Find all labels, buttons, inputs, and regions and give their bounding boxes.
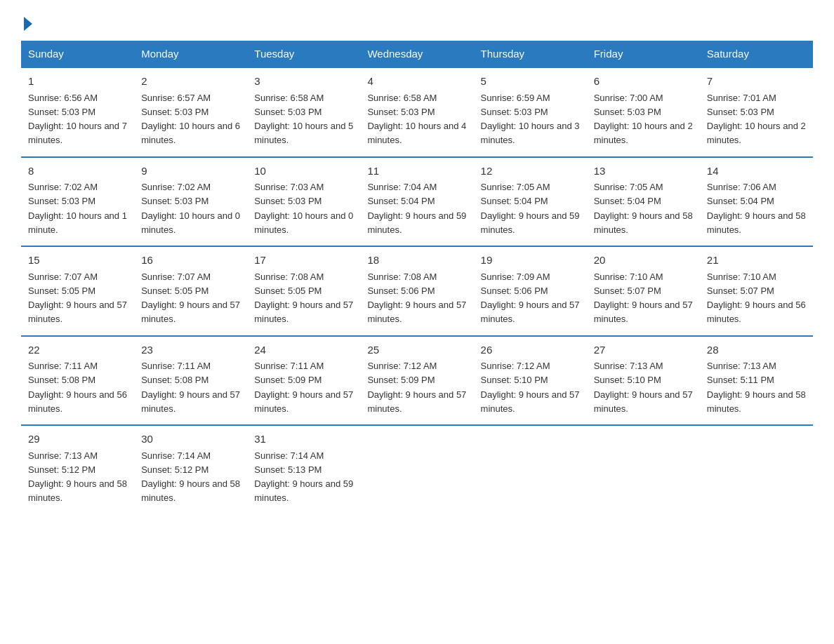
week-row-2: 8Sunrise: 7:02 AMSunset: 5:03 PMDaylight… bbox=[21, 157, 813, 247]
day-info: Sunrise: 7:10 AMSunset: 5:07 PMDaylight:… bbox=[594, 271, 693, 325]
day-cell: 18Sunrise: 7:08 AMSunset: 5:06 PMDayligh… bbox=[360, 246, 473, 336]
day-cell bbox=[474, 425, 587, 514]
calendar-table: SundayMondayTuesdayWednesdayThursdayFrid… bbox=[21, 41, 813, 514]
day-info: Sunrise: 7:13 AMSunset: 5:10 PMDaylight:… bbox=[594, 361, 693, 414]
col-header-saturday: Saturday bbox=[700, 41, 813, 67]
day-number: 26 bbox=[481, 342, 580, 358]
day-cell: 24Sunrise: 7:11 AMSunset: 5:09 PMDayligh… bbox=[247, 336, 360, 426]
col-header-thursday: Thursday bbox=[474, 41, 587, 67]
col-header-monday: Monday bbox=[134, 41, 247, 67]
col-header-sunday: Sunday bbox=[21, 41, 134, 67]
day-info: Sunrise: 6:59 AMSunset: 5:03 PMDaylight:… bbox=[481, 93, 580, 146]
logo-arrow-icon bbox=[24, 17, 32, 31]
day-info: Sunrise: 7:07 AMSunset: 5:05 PMDaylight:… bbox=[141, 271, 240, 325]
day-cell: 28Sunrise: 7:13 AMSunset: 5:11 PMDayligh… bbox=[700, 336, 813, 426]
week-row-1: 1Sunrise: 6:56 AMSunset: 5:03 PMDaylight… bbox=[21, 67, 813, 157]
day-info: Sunrise: 7:12 AMSunset: 5:09 PMDaylight:… bbox=[367, 361, 466, 414]
day-number: 4 bbox=[367, 74, 466, 90]
day-info: Sunrise: 7:11 AMSunset: 5:08 PMDaylight:… bbox=[28, 361, 127, 414]
day-number: 14 bbox=[707, 163, 806, 180]
day-cell: 14Sunrise: 7:06 AMSunset: 5:04 PMDayligh… bbox=[700, 157, 813, 247]
day-cell: 1Sunrise: 6:56 AMSunset: 5:03 PMDaylight… bbox=[21, 67, 134, 157]
day-cell: 26Sunrise: 7:12 AMSunset: 5:10 PMDayligh… bbox=[474, 336, 587, 426]
day-cell bbox=[587, 425, 700, 514]
day-cell: 12Sunrise: 7:05 AMSunset: 5:04 PMDayligh… bbox=[474, 157, 587, 247]
day-info: Sunrise: 7:00 AMSunset: 5:03 PMDaylight:… bbox=[594, 93, 693, 146]
day-info: Sunrise: 6:58 AMSunset: 5:03 PMDaylight:… bbox=[254, 93, 353, 146]
day-info: Sunrise: 7:08 AMSunset: 5:05 PMDaylight:… bbox=[254, 271, 353, 325]
day-info: Sunrise: 7:09 AMSunset: 5:06 PMDaylight:… bbox=[481, 271, 580, 325]
col-header-wednesday: Wednesday bbox=[360, 41, 473, 67]
day-cell: 5Sunrise: 6:59 AMSunset: 5:03 PMDaylight… bbox=[474, 67, 587, 157]
day-number: 12 bbox=[481, 163, 580, 180]
day-info: Sunrise: 7:12 AMSunset: 5:10 PMDaylight:… bbox=[481, 361, 580, 414]
day-number: 18 bbox=[367, 253, 466, 269]
day-info: Sunrise: 6:56 AMSunset: 5:03 PMDaylight:… bbox=[28, 93, 127, 146]
day-info: Sunrise: 7:05 AMSunset: 5:04 PMDaylight:… bbox=[481, 182, 580, 235]
day-number: 9 bbox=[141, 163, 240, 180]
day-number: 1 bbox=[28, 74, 127, 90]
day-info: Sunrise: 7:11 AMSunset: 5:09 PMDaylight:… bbox=[254, 361, 353, 414]
day-number: 25 bbox=[367, 342, 466, 358]
day-cell: 21Sunrise: 7:10 AMSunset: 5:07 PMDayligh… bbox=[700, 246, 813, 336]
day-number: 20 bbox=[594, 253, 693, 269]
day-number: 8 bbox=[28, 163, 127, 180]
week-row-4: 22Sunrise: 7:11 AMSunset: 5:08 PMDayligh… bbox=[21, 336, 813, 426]
week-row-3: 15Sunrise: 7:07 AMSunset: 5:05 PMDayligh… bbox=[21, 246, 813, 336]
day-cell bbox=[700, 425, 813, 514]
day-cell: 4Sunrise: 6:58 AMSunset: 5:03 PMDaylight… bbox=[360, 67, 473, 157]
day-cell: 6Sunrise: 7:00 AMSunset: 5:03 PMDaylight… bbox=[587, 67, 700, 157]
day-info: Sunrise: 7:04 AMSunset: 5:04 PMDaylight:… bbox=[367, 182, 466, 235]
day-number: 5 bbox=[481, 74, 580, 90]
day-cell: 15Sunrise: 7:07 AMSunset: 5:05 PMDayligh… bbox=[21, 246, 134, 336]
day-info: Sunrise: 7:13 AMSunset: 5:12 PMDaylight:… bbox=[28, 450, 127, 504]
day-info: Sunrise: 7:11 AMSunset: 5:08 PMDaylight:… bbox=[141, 361, 240, 414]
day-info: Sunrise: 7:13 AMSunset: 5:11 PMDaylight:… bbox=[707, 361, 806, 414]
day-number: 19 bbox=[481, 253, 580, 269]
day-number: 17 bbox=[254, 253, 353, 269]
day-cell: 22Sunrise: 7:11 AMSunset: 5:08 PMDayligh… bbox=[21, 336, 134, 426]
day-cell: 8Sunrise: 7:02 AMSunset: 5:03 PMDaylight… bbox=[21, 157, 134, 247]
day-number: 10 bbox=[254, 163, 353, 180]
day-info: Sunrise: 7:14 AMSunset: 5:12 PMDaylight:… bbox=[141, 450, 240, 504]
day-info: Sunrise: 7:07 AMSunset: 5:05 PMDaylight:… bbox=[28, 271, 127, 325]
day-info: Sunrise: 7:14 AMSunset: 5:13 PMDaylight:… bbox=[254, 450, 353, 504]
day-cell: 23Sunrise: 7:11 AMSunset: 5:08 PMDayligh… bbox=[134, 336, 247, 426]
day-number: 7 bbox=[707, 74, 806, 90]
day-info: Sunrise: 7:06 AMSunset: 5:04 PMDaylight:… bbox=[707, 182, 806, 235]
day-info: Sunrise: 6:57 AMSunset: 5:03 PMDaylight:… bbox=[141, 93, 240, 146]
day-number: 22 bbox=[28, 342, 127, 358]
day-number: 11 bbox=[367, 163, 466, 180]
day-number: 27 bbox=[594, 342, 693, 358]
day-number: 16 bbox=[141, 253, 240, 269]
day-info: Sunrise: 7:10 AMSunset: 5:07 PMDaylight:… bbox=[707, 271, 806, 325]
day-cell: 3Sunrise: 6:58 AMSunset: 5:03 PMDaylight… bbox=[247, 67, 360, 157]
day-number: 13 bbox=[594, 163, 693, 180]
day-number: 24 bbox=[254, 342, 353, 358]
day-cell: 11Sunrise: 7:04 AMSunset: 5:04 PMDayligh… bbox=[360, 157, 473, 247]
day-cell: 29Sunrise: 7:13 AMSunset: 5:12 PMDayligh… bbox=[21, 425, 134, 514]
day-number: 30 bbox=[141, 431, 240, 448]
day-cell: 7Sunrise: 7:01 AMSunset: 5:03 PMDaylight… bbox=[700, 67, 813, 157]
day-number: 31 bbox=[254, 431, 353, 448]
col-header-friday: Friday bbox=[587, 41, 700, 67]
day-cell: 19Sunrise: 7:09 AMSunset: 5:06 PMDayligh… bbox=[474, 246, 587, 336]
day-cell: 20Sunrise: 7:10 AMSunset: 5:07 PMDayligh… bbox=[587, 246, 700, 336]
day-cell: 25Sunrise: 7:12 AMSunset: 5:09 PMDayligh… bbox=[360, 336, 473, 426]
day-cell: 31Sunrise: 7:14 AMSunset: 5:13 PMDayligh… bbox=[247, 425, 360, 514]
calendar-header-row: SundayMondayTuesdayWednesdayThursdayFrid… bbox=[21, 41, 813, 67]
day-cell: 27Sunrise: 7:13 AMSunset: 5:10 PMDayligh… bbox=[587, 336, 700, 426]
day-cell: 9Sunrise: 7:02 AMSunset: 5:03 PMDaylight… bbox=[134, 157, 247, 247]
day-cell: 10Sunrise: 7:03 AMSunset: 5:03 PMDayligh… bbox=[247, 157, 360, 247]
day-cell bbox=[360, 425, 473, 514]
day-info: Sunrise: 6:58 AMSunset: 5:03 PMDaylight:… bbox=[367, 93, 466, 146]
day-cell: 2Sunrise: 6:57 AMSunset: 5:03 PMDaylight… bbox=[134, 67, 247, 157]
day-cell: 16Sunrise: 7:07 AMSunset: 5:05 PMDayligh… bbox=[134, 246, 247, 336]
col-header-tuesday: Tuesday bbox=[247, 41, 360, 67]
day-cell: 13Sunrise: 7:05 AMSunset: 5:04 PMDayligh… bbox=[587, 157, 700, 247]
day-info: Sunrise: 7:02 AMSunset: 5:03 PMDaylight:… bbox=[141, 182, 240, 235]
day-cell: 30Sunrise: 7:14 AMSunset: 5:12 PMDayligh… bbox=[134, 425, 247, 514]
day-number: 29 bbox=[28, 431, 127, 448]
day-info: Sunrise: 7:08 AMSunset: 5:06 PMDaylight:… bbox=[367, 271, 466, 325]
day-number: 6 bbox=[594, 74, 693, 90]
